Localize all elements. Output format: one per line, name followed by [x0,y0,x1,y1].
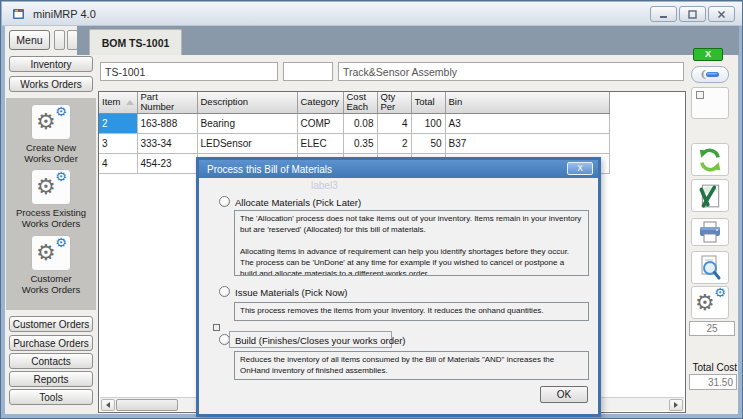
gear-accent-icon: ⚙ [55,236,67,249]
dialog-close-button[interactable]: X [567,162,593,175]
sidebar-button-reports[interactable]: Reports [9,371,93,387]
allocate-materials-label[interactable]: Allocate Materials (Pick Later) [235,197,361,208]
assembly-description-input[interactable] [338,62,684,81]
scrollbar-thumb[interactable] [116,399,178,411]
cell-category[interactable]: ELEC [297,133,343,153]
works-orders-panel: ⚙⚙ Create New Works Order ⚙⚙ Process Exi… [6,98,96,310]
column-header-total[interactable]: Total [411,92,445,113]
cell-bin[interactable]: A3 [445,113,609,133]
settings-wrench-button[interactable] [691,66,729,83]
refresh-button[interactable] [691,143,729,176]
issue-materials-description: This process removes the items from your… [234,302,589,321]
tab-bom-ts-1001[interactable]: BOM TS-1001 [89,29,182,55]
cell-part-number[interactable]: 454-23 [137,153,197,173]
print-button[interactable] [691,218,729,246]
sort-asc-icon [126,100,134,105]
cell-total[interactable]: 50 [411,133,445,153]
cell-cost-each[interactable]: 0.35 [343,133,377,153]
cell-total[interactable]: 100 [411,113,445,133]
sidebar-button-tools[interactable]: Tools [9,389,93,405]
column-header-qty-per[interactable]: Qty Per [377,92,411,113]
excel-export-close-button[interactable]: X [693,48,723,61]
sidebar-button-contacts[interactable]: Contacts [9,353,93,369]
process-existing-works-orders-label: Process Existing Works Orders [6,207,96,229]
cell-cost-each[interactable]: 0.08 [343,113,377,133]
process-existing-works-orders-button[interactable]: ⚙⚙ [31,169,71,205]
issue-materials-radio[interactable] [219,286,230,297]
app-window: miniMRP 4.0 Menu BOM TS-1001 Inventory W… [0,0,743,419]
build-description: Reduces the inventory of all items consu… [234,351,589,380]
sidebar-button-purchase-orders[interactable]: Purchase Orders [9,335,93,351]
sidebar-button-works-orders[interactable]: Works Orders [9,76,93,92]
part-number-input[interactable] [100,62,278,81]
sidebar-button-inventory[interactable]: Inventory [9,56,93,72]
cell-category[interactable]: COMP [297,113,343,133]
column-header-part-number[interactable]: Part Number [137,92,197,113]
gear-icon: ⚙⚙ [697,290,723,316]
right-toolbar: X [689,1,739,419]
window-title: miniMRP 4.0 [33,8,96,20]
cell-bin[interactable]: B37 [445,133,609,153]
gear-icon: ⚙ [36,111,56,133]
title-bar: miniMRP 4.0 [2,2,743,26]
cell-item[interactable]: 3 [99,133,137,153]
revision-input[interactable] [283,62,333,81]
dialog-title: Process this Bill of Materials [207,164,332,175]
cell-item[interactable]: 2 [99,113,137,133]
wrench-icon [699,69,721,80]
options-panel [691,87,729,119]
total-cost-label: Total Cost [689,362,737,373]
preview-magnifier-icon [698,255,722,281]
gear-accent-icon: ⚙ [55,105,67,118]
total-cost-value [689,374,737,390]
customer-works-orders-label: Customer Works Orders [6,273,96,295]
create-new-works-order-label: Create New Works Order [6,142,96,164]
cell-description[interactable]: LEDSensor [197,133,297,153]
splitter-toggle-button-1[interactable] [54,30,65,50]
sidebar-button-customer-orders[interactable]: Customer Orders [9,316,93,332]
cell-qty-per[interactable]: 4 [377,113,411,133]
focus-handle [213,324,220,331]
cell-item[interactable]: 4 [99,153,137,173]
label3-watermark: label3 [311,180,338,191]
cell-description[interactable]: Bearing [197,113,297,133]
column-header-category[interactable]: Category [297,92,343,113]
gear-icon: ⚙ [36,242,56,264]
column-header-item[interactable]: Item [99,92,137,113]
process-settings-button[interactable]: ⚙⚙ [691,286,729,319]
gear-icon: ⚙ [36,176,56,198]
refresh-icon [697,147,723,173]
column-header-bin[interactable]: Bin [445,92,609,113]
arrow-left-icon [106,402,110,408]
page-size-input[interactable] [689,321,735,336]
menu-button[interactable]: Menu [9,30,50,50]
create-new-works-order-button[interactable]: ⚙⚙ [31,104,71,140]
printer-icon [698,221,722,243]
export-excel-button[interactable] [691,179,729,212]
dialog-title-bar[interactable]: Process this Bill of Materials X [199,160,598,178]
cell-qty-per[interactable]: 2 [377,133,411,153]
build-label[interactable]: Build (Finishes/Closes your works order) [235,335,406,346]
minimize-button[interactable] [650,6,677,22]
grid-row[interactable]: 3 333-34 LEDSensor ELEC 0.35 2 50 B37 [99,133,609,153]
column-header-description[interactable]: Description [197,92,297,113]
dialog-body: label3 Allocate Materials (Pick Later) T… [199,178,598,414]
grid-row[interactable]: 2 163-888 Bearing COMP 0.08 4 100 A3 [99,113,609,133]
menu-row: Menu BOM TS-1001 [6,26,739,55]
issue-materials-label[interactable]: Issue Materials (Pick Now) [235,287,347,298]
grid-header-row: Item Part Number Description Category Co… [99,92,609,113]
scroll-right-button[interactable] [669,399,683,411]
checkbox[interactable] [696,91,704,99]
customer-works-orders-button[interactable]: ⚙⚙ [31,235,71,271]
scroll-left-button[interactable] [101,399,115,411]
ok-button[interactable]: OK [540,386,588,403]
tab-strip: BOM TS-1001 [77,26,739,55]
cell-part-number[interactable]: 163-888 [137,113,197,133]
arrow-right-icon [674,402,678,408]
allocate-materials-radio[interactable] [219,196,230,207]
column-header-cost-each[interactable]: Cost Each [343,92,377,113]
app-icon [12,7,26,21]
process-bom-dialog: Process this Bill of Materials X label3 … [196,157,601,417]
cell-part-number[interactable]: 333-34 [137,133,197,153]
print-preview-button[interactable] [691,251,729,284]
